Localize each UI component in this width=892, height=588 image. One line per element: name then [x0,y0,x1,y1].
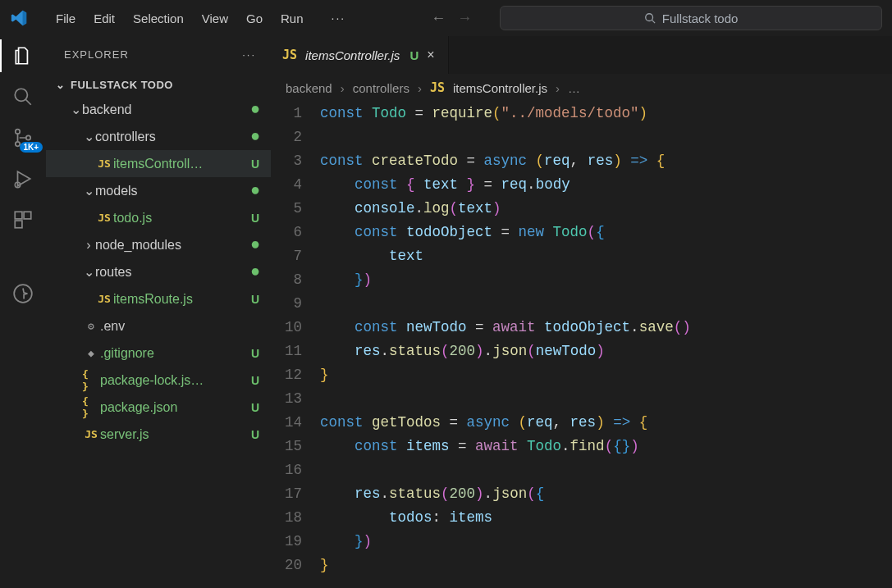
tree-item-label: controllers [95,130,248,144]
file--env[interactable]: ⚙.env [46,312,271,340]
code-line[interactable]: todos: items [320,506,892,530]
tab-items-controller[interactable]: JS itemsController.js U × [271,36,449,74]
menu-item-file[interactable]: File [48,8,84,29]
code-line[interactable]: }) [320,530,892,554]
root-folder[interactable]: ⌄ FULLSTACK TODO [46,72,271,96]
line-number: 20 [271,554,302,577]
activity-extensions-icon[interactable] [11,208,34,231]
vscode-logo-icon [10,9,28,27]
breadcrumb-segment[interactable]: backend [286,81,332,95]
chevron-right-icon: › [341,81,345,95]
tab-close-icon[interactable]: × [427,48,434,62]
tree-item-label: package.json [100,400,248,415]
tab-bar: JS itemsController.js U × [271,36,892,74]
chevron-right-icon: › [418,81,422,95]
file-todo-js[interactable]: JStodo.jsU [46,204,271,231]
menu-item-edit[interactable]: Edit [85,8,123,29]
tree-item-label: server.js [100,427,248,442]
folder-backend[interactable]: ⌄backend● [46,96,271,123]
code-source[interactable]: const Todo = require("../models/todo") c… [320,102,892,588]
chevron-down-icon: ⌄ [82,129,95,144]
code-line[interactable]: } [320,363,892,387]
menu-item-view[interactable]: View [194,8,236,29]
line-number: 1 [271,102,302,125]
folder-routes[interactable]: ⌄routes● [46,258,271,285]
tree-item-label: itemsRoute.js [113,292,248,307]
activity-debug-icon[interactable] [11,167,34,190]
code-line[interactable]: const { text } = req.body [320,173,892,197]
tree-item-label: itemsControll… [113,157,248,171]
code-line[interactable]: res.status(200).json({ [320,482,892,506]
activity-explorer-icon[interactable] [11,44,34,67]
breadcrumb-file[interactable]: itemsController.js [453,81,547,95]
git-status-indicator: ● [248,239,263,252]
code-line[interactable]: } [320,554,892,577]
json-file-icon: { } [82,395,100,420]
code-line[interactable] [320,292,892,316]
tree-item-label: .env [100,319,248,334]
code-line[interactable]: const items = await Todo.find({}) [320,435,892,458]
activity-source-control-icon[interactable]: 1K+ [11,126,34,149]
line-number: 18 [271,506,302,530]
file-package-lock-js-[interactable]: { }package-lock.js…U [46,367,271,394]
folder-node-modules[interactable]: ›node_modules● [46,231,271,258]
nav-forward-icon[interactable]: → [457,10,472,27]
git-status-indicator: ● [248,266,263,279]
file-server-js[interactable]: JSserver.jsU [46,421,271,448]
code-line[interactable]: text [320,244,892,268]
code-line[interactable]: const todoObject = new Todo({ [320,221,892,244]
svg-rect-9 [24,212,31,219]
js-file-icon: JS [282,48,297,62]
menu-overflow-icon[interactable]: ··· [323,8,355,28]
code-line[interactable]: const createTodo = async (req, res) => { [320,149,892,173]
nav-back-icon[interactable]: ← [431,10,446,27]
chevron-down-icon: ⌄ [69,102,82,117]
file-package-json[interactable]: { }package.jsonU [46,394,271,421]
svg-point-0 [646,14,653,21]
explorer-title: EXPLORER [64,48,129,61]
line-number: 2 [271,125,302,149]
breadcrumb-segment[interactable]: controllers [353,81,409,95]
tree-item-label: models [95,184,248,198]
breadcrumbs[interactable]: backend›controllers›JS itemsController.j… [271,74,892,102]
js-file-icon: JS [430,80,445,95]
tab-filename: itemsController.js [305,48,400,62]
code-line[interactable]: console.log(text) [320,197,892,221]
explorer-more-icon[interactable]: ··· [242,48,256,61]
git-status-indicator: ● [248,130,263,144]
line-number: 17 [271,482,302,506]
code-line[interactable]: const getTodos = async (req, res) => { [320,411,892,435]
menu-item-run[interactable]: Run [272,8,312,29]
code-line[interactable] [320,125,892,149]
tree-item-label: node_modules [95,238,248,253]
command-center[interactable]: Fullstack todo [500,6,882,30]
activity-account-icon[interactable] [11,282,34,305]
file-itemsroute-js[interactable]: JSitemsRoute.jsU [46,285,271,312]
code-line[interactable] [320,458,892,482]
tree-item-label: routes [95,265,248,280]
code-line[interactable]: }) [320,268,892,292]
js-file-icon: JS [95,212,113,224]
title-bar: FileEditSelectionViewGoRun ··· ← → Fulls… [0,0,892,36]
file-itemscontroll-[interactable]: JSitemsControll…U [46,150,271,177]
file--gitignore[interactable]: ◆.gitignoreU [46,340,271,367]
tree-item-label: backend [82,103,248,117]
svg-point-4 [15,130,19,134]
code-line[interactable]: res.status(200).json(newTodo) [320,340,892,363]
tab-git-status: U [409,48,419,62]
activity-search-icon[interactable] [11,85,34,108]
line-number-gutter: 1234567891011121314151617181920 [271,102,320,588]
menu-item-selection[interactable]: Selection [125,8,192,29]
breadcrumb-ellipsis[interactable]: … [568,81,580,95]
git-status-indicator: U [248,428,263,441]
code-line[interactable] [320,387,892,411]
menu-item-go[interactable]: Go [238,8,271,29]
file-tree: ⌄backend●⌄controllers●JSitemsControll…U⌄… [46,96,271,448]
code-line[interactable]: const Todo = require("../models/todo") [320,102,892,125]
folder-models[interactable]: ⌄models● [46,177,271,204]
js-file-icon: JS [82,428,100,440]
folder-controllers[interactable]: ⌄controllers● [46,123,271,150]
code-line[interactable]: const newTodo = await todoObject.save() [320,316,892,340]
line-number: 19 [271,530,302,554]
code-editor[interactable]: 1234567891011121314151617181920 const To… [271,102,892,588]
